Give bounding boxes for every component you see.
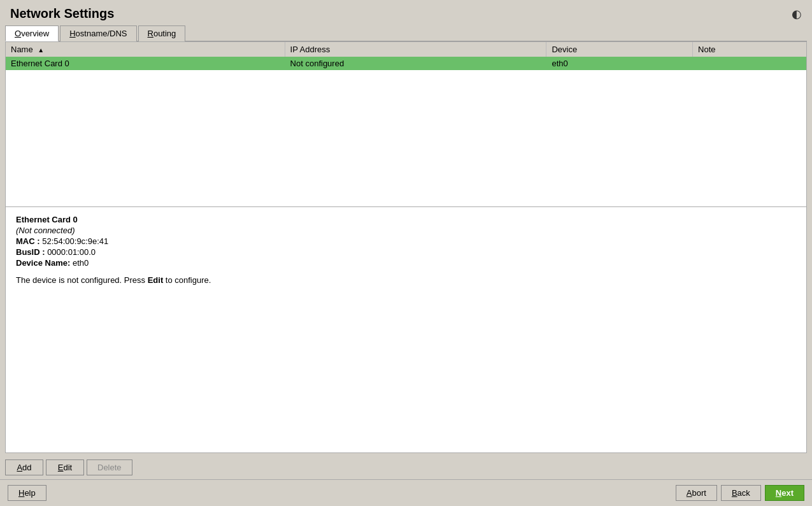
- network-table: Name ▲ IP Address Device Note Ethernet C…: [6, 42, 806, 70]
- abort-button[interactable]: Abort: [676, 485, 717, 501]
- footer: Help Abort Back Next: [0, 479, 812, 506]
- col-note[interactable]: Note: [693, 42, 806, 57]
- page-header: Network Settings ◐: [0, 0, 812, 25]
- main-content: Overview Hostname/DNS Routing Name ▲ IP …: [0, 25, 812, 456]
- detail-mac: MAC : 52:54:00:9c:9e:41: [16, 236, 796, 246]
- footer-left: Help: [8, 485, 46, 501]
- cell-ip-address: Not configured: [285, 57, 546, 70]
- detail-message-prefix: The device is not configured. Press: [16, 275, 148, 285]
- cell-name: Ethernet Card 0: [6, 57, 285, 70]
- detail-message: The device is not configured. Press Edit…: [16, 275, 796, 285]
- col-device[interactable]: Device: [546, 42, 693, 57]
- tab-overview-label: Overview: [15, 29, 49, 38]
- half-moon-icon: ◐: [792, 7, 802, 21]
- tab-hostname-dns-label: Hostname/DNS: [69, 29, 127, 38]
- detail-device-name: Device Name: eth0: [16, 258, 796, 268]
- cell-note: [693, 57, 806, 70]
- action-buttons: Add Edit Delete: [0, 456, 812, 479]
- detail-title: Ethernet Card 0: [16, 215, 796, 224]
- detail-device-name-label: Device Name:: [16, 258, 70, 268]
- detail-busid-label: BusID :: [16, 247, 45, 257]
- detail-busid: BusID : 0000:01:00.0: [16, 247, 796, 257]
- sort-arrow-name: ▲: [38, 47, 44, 54]
- detail-mac-value: 52:54:00:9c:9e:41: [42, 236, 108, 246]
- add-button[interactable]: Add: [5, 459, 43, 475]
- back-button[interactable]: Back: [721, 485, 761, 501]
- tab-overview[interactable]: Overview: [5, 25, 59, 41]
- table-row[interactable]: Ethernet Card 0 Not configured eth0: [6, 57, 806, 70]
- detail-device-name-value: eth0: [73, 258, 89, 268]
- help-button[interactable]: Help: [8, 485, 46, 501]
- page-title: Network Settings: [10, 6, 114, 21]
- col-name[interactable]: Name ▲: [6, 42, 285, 57]
- detail-section: Ethernet Card 0 (Not connected) MAC : 52…: [5, 207, 807, 453]
- network-table-container: Name ▲ IP Address Device Note Ethernet C…: [5, 41, 807, 207]
- tab-routing[interactable]: Routing: [138, 25, 186, 41]
- detail-message-suffix: to configure.: [163, 275, 211, 285]
- tab-routing-label: Routing: [148, 29, 176, 38]
- edit-button[interactable]: Edit: [46, 459, 84, 475]
- cell-device: eth0: [546, 57, 693, 70]
- tab-bar: Overview Hostname/DNS Routing: [5, 25, 807, 41]
- detail-message-link: Edit: [148, 275, 164, 285]
- tab-hostname-dns[interactable]: Hostname/DNS: [60, 25, 136, 41]
- detail-mac-label: MAC :: [16, 236, 40, 246]
- footer-right: Abort Back Next: [676, 485, 804, 501]
- detail-status: (Not connected): [16, 226, 796, 235]
- detail-busid-value: 0000:01:00.0: [47, 247, 96, 257]
- table-header-row: Name ▲ IP Address Device Note: [6, 42, 806, 57]
- col-ip-address[interactable]: IP Address: [285, 42, 546, 57]
- next-button[interactable]: Next: [765, 485, 804, 501]
- delete-button[interactable]: Delete: [87, 459, 132, 475]
